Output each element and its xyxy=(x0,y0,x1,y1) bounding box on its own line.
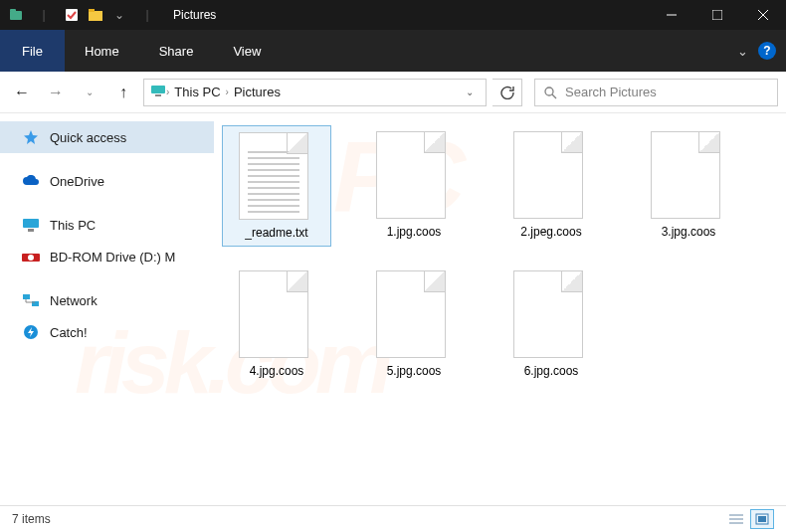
svg-rect-3 xyxy=(89,11,102,21)
sidebar-item-label: OneDrive xyxy=(50,174,104,189)
disc-icon xyxy=(22,248,40,266)
sidebar-item[interactable]: This PC xyxy=(0,209,214,241)
sidebar-item[interactable]: Network xyxy=(0,284,214,316)
sidebar-item[interactable]: Quick access xyxy=(0,121,214,153)
pc-icon xyxy=(150,85,166,99)
recent-dropdown[interactable]: ⌄ xyxy=(76,79,103,106)
search-input[interactable]: Search Pictures xyxy=(534,79,778,106)
tab-share[interactable]: Share xyxy=(139,30,214,72)
sidebar-item-label: Network xyxy=(50,293,98,308)
svg-rect-1 xyxy=(10,9,16,12)
file-item[interactable]: 1.jpg.coos xyxy=(359,125,469,247)
bolt-icon xyxy=(22,323,40,341)
search-icon xyxy=(543,86,557,99)
minimize-button[interactable] xyxy=(649,0,694,30)
file-name: 5.jpg.coos xyxy=(387,364,442,378)
blank-file-icon xyxy=(376,131,446,219)
svg-rect-24 xyxy=(758,516,766,522)
svg-rect-6 xyxy=(712,10,722,20)
star-icon xyxy=(22,128,40,146)
svg-rect-10 xyxy=(155,94,161,96)
net-icon xyxy=(22,291,40,309)
search-placeholder: Search Pictures xyxy=(565,85,657,99)
status-text: 7 items xyxy=(12,512,51,526)
txt-file-icon xyxy=(239,132,308,220)
ribbon-expand-icon[interactable]: ⌄ xyxy=(737,44,748,59)
help-icon[interactable]: ? xyxy=(758,42,776,60)
file-menu[interactable]: File xyxy=(0,30,65,72)
explorer-icon xyxy=(8,7,24,23)
view-details-button[interactable] xyxy=(724,509,748,529)
svg-line-12 xyxy=(552,94,556,98)
svg-rect-2 xyxy=(66,9,78,21)
file-name: 3.jpg.coos xyxy=(662,225,716,239)
file-item[interactable]: 6.jpg.coos xyxy=(496,265,606,384)
svg-point-11 xyxy=(545,88,553,95)
title-bar: | ⌄ | Pictures xyxy=(0,0,786,30)
svg-rect-4 xyxy=(89,9,95,12)
nav-bar: ← → ⌄ ↑ › This PC › Pictures ⌄ Search Pi… xyxy=(0,72,786,113)
blank-file-icon xyxy=(651,131,720,219)
sidebar-item[interactable]: OneDrive xyxy=(0,165,214,197)
svg-point-16 xyxy=(28,255,34,261)
ribbon: File Home Share View ⌄ ? xyxy=(0,30,786,72)
ribbon-tabs: Home Share View xyxy=(65,30,281,72)
svg-rect-13 xyxy=(23,219,39,228)
svg-rect-14 xyxy=(28,229,34,232)
address-dropdown-icon[interactable]: ⌄ xyxy=(460,87,480,97)
nav-sidebar: Quick accessOneDriveThis PCBD-ROM Drive … xyxy=(0,113,214,505)
file-item[interactable]: 2.jpeg.coos xyxy=(496,125,606,247)
file-name: 4.jpg.coos xyxy=(250,364,304,378)
close-button[interactable] xyxy=(740,0,786,30)
breadcrumb[interactable]: This PC xyxy=(169,85,225,99)
pc-icon xyxy=(22,216,40,234)
file-item[interactable]: _readme.txt xyxy=(222,125,331,247)
refresh-button[interactable] xyxy=(492,79,522,106)
up-button[interactable]: ↑ xyxy=(109,79,137,106)
tab-view[interactable]: View xyxy=(213,30,281,72)
sidebar-item-label: This PC xyxy=(50,218,96,233)
svg-rect-0 xyxy=(10,11,22,20)
file-name: _readme.txt xyxy=(245,226,307,240)
cloud-icon xyxy=(22,172,40,190)
svg-rect-17 xyxy=(23,294,30,299)
file-item[interactable]: 5.jpg.coos xyxy=(359,265,469,384)
svg-rect-9 xyxy=(151,86,165,93)
sidebar-item-label: BD-ROM Drive (D:) M xyxy=(50,250,175,265)
file-name: 1.jpg.coos xyxy=(387,225,442,239)
qat-folder-icon[interactable] xyxy=(88,7,103,23)
qat-dropdown-icon[interactable]: ⌄ xyxy=(111,7,127,23)
sidebar-item[interactable]: BD-ROM Drive (D:) M xyxy=(0,241,214,272)
tab-home[interactable]: Home xyxy=(65,30,139,72)
status-bar: 7 items xyxy=(0,505,786,532)
file-name: 2.jpeg.coos xyxy=(520,225,581,239)
file-pane[interactable]: PC risk.com _readme.txt1.jpg.coos2.jpeg.… xyxy=(214,113,786,505)
breadcrumb[interactable]: Pictures xyxy=(229,85,286,99)
blank-file-icon xyxy=(513,131,583,219)
window-title: Pictures xyxy=(173,8,649,22)
qat-checkbox-icon[interactable] xyxy=(64,7,80,23)
file-name: 6.jpg.coos xyxy=(524,364,579,378)
blank-file-icon xyxy=(376,270,446,358)
sidebar-item-label: Catch! xyxy=(50,325,88,340)
file-item[interactable]: 3.jpg.coos xyxy=(634,125,743,247)
address-bar[interactable]: › This PC › Pictures ⌄ xyxy=(143,79,487,106)
forward-button[interactable]: → xyxy=(42,79,70,106)
maximize-button[interactable] xyxy=(694,0,740,30)
sidebar-item[interactable]: Catch! xyxy=(0,316,214,348)
view-icons-button[interactable] xyxy=(750,509,774,529)
file-item[interactable]: 4.jpg.coos xyxy=(222,265,331,384)
blank-file-icon xyxy=(513,270,583,358)
back-button[interactable]: ← xyxy=(8,79,36,106)
blank-file-icon xyxy=(239,270,308,358)
sidebar-item-label: Quick access xyxy=(50,130,126,145)
